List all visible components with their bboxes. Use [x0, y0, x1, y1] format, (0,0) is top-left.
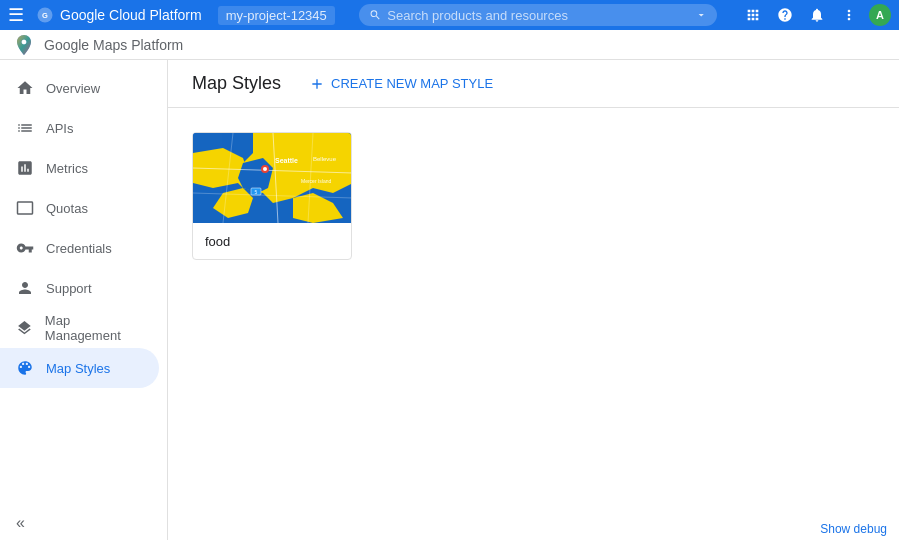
project-selector[interactable]: my-project-12345: [218, 6, 335, 25]
map-style-card-food[interactable]: Seattle Bellevue Mercer Island 5 food: [192, 132, 352, 260]
sidebar-metrics-label: Metrics: [46, 161, 88, 176]
sidebar-apis-label: APIs: [46, 121, 73, 136]
sidebar-map-management-label: Map Management: [45, 313, 143, 343]
svg-point-18: [263, 167, 267, 171]
sidebar-item-quotas[interactable]: Quotas: [0, 188, 159, 228]
sidebar-map-styles-label: Map Styles: [46, 361, 110, 376]
sidebar: Overview APIs Metrics Quotas Credentials…: [0, 60, 168, 540]
map-cards-container: Seattle Bellevue Mercer Island 5 food: [168, 108, 899, 284]
create-button-label: CREATE NEW MAP STYLE: [331, 76, 493, 91]
support-icon: [16, 279, 34, 297]
menu-icon[interactable]: ☰: [8, 4, 24, 26]
top-header: ☰ G Google Cloud Platform my-project-123…: [0, 0, 899, 30]
cloud-logo-icon: G: [36, 6, 54, 24]
sidebar-item-credentials[interactable]: Credentials: [0, 228, 159, 268]
svg-text:Bellevue: Bellevue: [313, 156, 337, 162]
svg-text:5: 5: [255, 189, 258, 195]
map-card-name: food: [205, 234, 230, 249]
header-title: Google Cloud Platform: [60, 7, 202, 23]
brand-name: Google Maps Platform: [44, 37, 183, 53]
notifications-icon[interactable]: [805, 3, 829, 27]
grid-apps-icon[interactable]: [741, 3, 765, 27]
sidebar-support-label: Support: [46, 281, 92, 296]
main-content: Map Styles CREATE NEW MAP STYLE: [168, 60, 899, 540]
header-logo: G Google Cloud Platform: [36, 6, 202, 24]
sidebar-item-support[interactable]: Support: [0, 268, 159, 308]
map-preview-food: Seattle Bellevue Mercer Island 5: [193, 133, 352, 223]
key-icon: [16, 239, 34, 257]
user-avatar[interactable]: A: [869, 4, 891, 26]
home-icon: [16, 79, 34, 97]
debug-bar[interactable]: Show debug: [808, 518, 899, 540]
sidebar-item-overview[interactable]: Overview: [0, 68, 159, 108]
debug-label: Show debug: [820, 522, 887, 536]
search-dropdown-icon: [695, 8, 707, 22]
page-header: Map Styles CREATE NEW MAP STYLE: [168, 60, 899, 108]
map-card-label: food: [193, 223, 351, 259]
svg-text:G: G: [42, 11, 48, 20]
list-icon: [16, 119, 34, 137]
brand-bar: Google Maps Platform: [0, 30, 899, 60]
sidebar-item-metrics[interactable]: Metrics: [0, 148, 159, 188]
add-icon: [309, 76, 325, 92]
more-options-icon[interactable]: [837, 3, 861, 27]
layers-icon: [16, 319, 33, 337]
sidebar-quotas-label: Quotas: [46, 201, 88, 216]
maps-brand-icon: [12, 33, 36, 57]
quotas-icon: [16, 199, 34, 217]
create-new-map-style-button[interactable]: CREATE NEW MAP STYLE: [297, 70, 505, 98]
sidebar-item-apis[interactable]: APIs: [0, 108, 159, 148]
page-title: Map Styles: [192, 73, 281, 94]
main-layout: Overview APIs Metrics Quotas Credentials…: [0, 60, 899, 540]
help-icon[interactable]: [773, 3, 797, 27]
collapse-icon: «: [16, 514, 25, 532]
sidebar-item-map-management[interactable]: Map Management: [0, 308, 159, 348]
palette-icon: [16, 359, 34, 377]
header-actions: A: [741, 3, 891, 27]
svg-text:Seattle: Seattle: [275, 157, 298, 164]
search-input[interactable]: [387, 8, 688, 23]
sidebar-item-map-styles[interactable]: Map Styles: [0, 348, 159, 388]
metrics-icon: [16, 159, 34, 177]
sidebar-overview-label: Overview: [46, 81, 100, 96]
sidebar-credentials-label: Credentials: [46, 241, 112, 256]
search-icon: [369, 8, 381, 22]
sidebar-collapse[interactable]: «: [0, 506, 167, 540]
search-bar[interactable]: [359, 4, 717, 26]
map-preview-svg: Seattle Bellevue Mercer Island 5: [193, 133, 352, 223]
svg-text:Mercer Island: Mercer Island: [301, 178, 332, 184]
